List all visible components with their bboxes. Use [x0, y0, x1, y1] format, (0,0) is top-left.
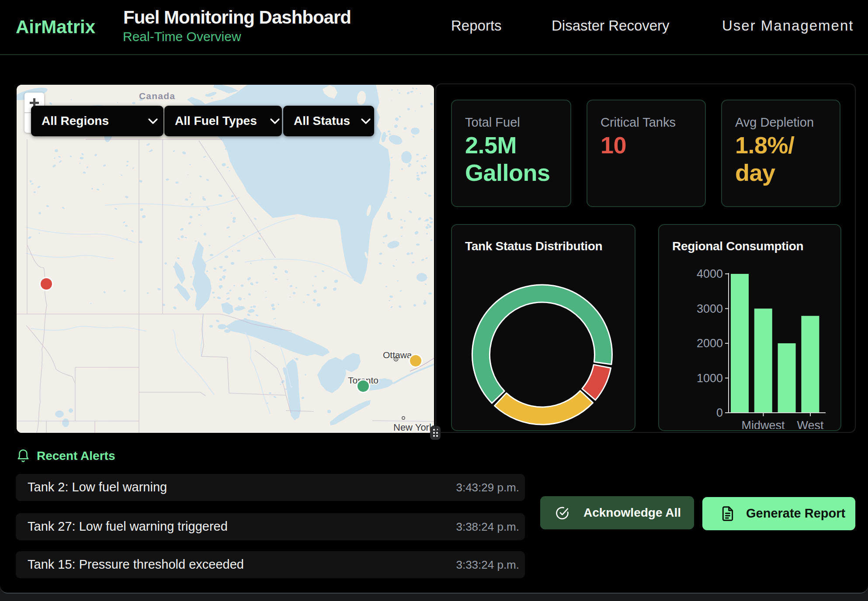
svg-text:New York: New York	[393, 422, 434, 433]
svg-text:Canada: Canada	[139, 91, 175, 101]
svg-text:Midwest: Midwest	[741, 419, 785, 429]
svg-text:West: West	[797, 419, 824, 429]
svg-text:3000: 3000	[697, 302, 723, 315]
svg-text:2000: 2000	[697, 337, 723, 350]
svg-text:Ottawa: Ottawa	[383, 350, 412, 360]
svg-text:0: 0	[716, 406, 723, 419]
svg-text:1000: 1000	[697, 372, 723, 385]
svg-text:4000: 4000	[697, 267, 723, 280]
